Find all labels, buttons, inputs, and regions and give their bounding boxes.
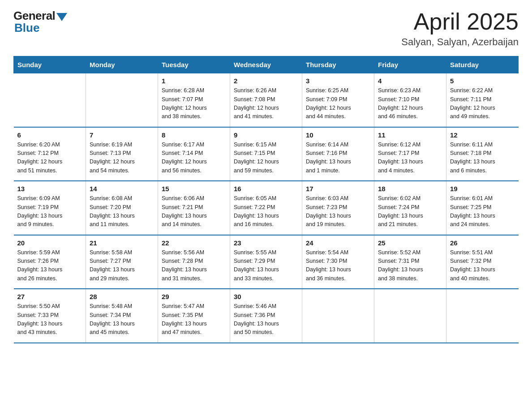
title-area: April 2025 Salyan, Salyan, Azerbaijan — [401, 9, 519, 48]
calendar-cell: 8Sunrise: 6:17 AMSunset: 7:14 PMDaylight… — [158, 127, 230, 181]
day-info: Sunrise: 6:02 AMSunset: 7:24 PMDaylight:… — [378, 194, 442, 229]
calendar-cell: 2Sunrise: 6:26 AMSunset: 7:08 PMDaylight… — [230, 73, 302, 127]
logo-arrow-icon — [56, 13, 67, 21]
calendar-week-row: 20Sunrise: 5:59 AMSunset: 7:26 PMDayligh… — [14, 235, 519, 289]
calendar-cell: 9Sunrise: 6:15 AMSunset: 7:15 PMDaylight… — [230, 127, 302, 181]
month-year-title: April 2025 — [401, 9, 519, 34]
day-info: Sunrise: 6:22 AMSunset: 7:11 PMDaylight:… — [450, 86, 515, 121]
day-info: Sunrise: 6:03 AMSunset: 7:23 PMDaylight:… — [306, 194, 370, 229]
day-number: 29 — [162, 293, 226, 300]
calendar-cell: 24Sunrise: 5:54 AMSunset: 7:30 PMDayligh… — [302, 235, 374, 289]
day-info: Sunrise: 6:11 AMSunset: 7:18 PMDaylight:… — [450, 141, 515, 176]
calendar-cell — [86, 73, 158, 127]
day-number: 4 — [378, 77, 442, 85]
day-info: Sunrise: 6:15 AMSunset: 7:15 PMDaylight:… — [234, 141, 298, 176]
weekday-header-wednesday: Wednesday — [230, 56, 302, 73]
day-number: 3 — [306, 77, 370, 85]
day-info: Sunrise: 5:46 AMSunset: 7:36 PMDaylight:… — [234, 302, 298, 337]
logo: General Blue — [13, 9, 67, 35]
day-number: 16 — [234, 185, 298, 193]
day-info: Sunrise: 6:06 AMSunset: 7:21 PMDaylight:… — [162, 194, 226, 229]
weekday-header-thursday: Thursday — [302, 56, 374, 73]
calendar-week-row: 13Sunrise: 6:09 AMSunset: 7:19 PMDayligh… — [14, 181, 519, 235]
weekday-header-friday: Friday — [374, 56, 446, 73]
calendar-cell: 14Sunrise: 6:08 AMSunset: 7:20 PMDayligh… — [86, 181, 158, 235]
calendar-header: SundayMondayTuesdayWednesdayThursdayFrid… — [14, 56, 519, 73]
day-number: 2 — [234, 77, 298, 85]
day-info: Sunrise: 6:12 AMSunset: 7:17 PMDaylight:… — [378, 141, 442, 176]
day-info: Sunrise: 6:01 AMSunset: 7:25 PMDaylight:… — [450, 194, 515, 229]
calendar-cell: 6Sunrise: 6:20 AMSunset: 7:12 PMDaylight… — [14, 127, 86, 181]
calendar-cell: 5Sunrise: 6:22 AMSunset: 7:11 PMDaylight… — [446, 73, 519, 127]
day-number: 15 — [162, 185, 226, 193]
calendar-cell: 30Sunrise: 5:46 AMSunset: 7:36 PMDayligh… — [230, 289, 302, 343]
day-number: 13 — [17, 185, 82, 193]
day-number: 28 — [90, 293, 154, 300]
calendar-cell: 15Sunrise: 6:06 AMSunset: 7:21 PMDayligh… — [158, 181, 230, 235]
day-info: Sunrise: 5:54 AMSunset: 7:30 PMDaylight:… — [306, 248, 370, 283]
calendar-cell: 11Sunrise: 6:12 AMSunset: 7:17 PMDayligh… — [374, 127, 446, 181]
day-number: 14 — [90, 185, 154, 193]
day-info: Sunrise: 6:19 AMSunset: 7:13 PMDaylight:… — [90, 141, 154, 176]
day-info: Sunrise: 6:05 AMSunset: 7:22 PMDaylight:… — [234, 194, 298, 229]
day-number: 21 — [90, 239, 154, 247]
calendar-cell: 3Sunrise: 6:25 AMSunset: 7:09 PMDaylight… — [302, 73, 374, 127]
calendar-week-row: 27Sunrise: 5:50 AMSunset: 7:33 PMDayligh… — [14, 289, 519, 343]
day-info: Sunrise: 5:52 AMSunset: 7:31 PMDaylight:… — [378, 248, 442, 283]
day-number: 20 — [17, 239, 82, 247]
header: General Blue April 2025 Salyan, Salyan, … — [13, 9, 519, 48]
calendar-cell — [302, 289, 374, 343]
day-number: 25 — [378, 239, 442, 247]
calendar-cell: 12Sunrise: 6:11 AMSunset: 7:18 PMDayligh… — [446, 127, 519, 181]
day-number: 1 — [162, 77, 226, 85]
day-number: 19 — [450, 185, 515, 193]
calendar-cell: 4Sunrise: 6:23 AMSunset: 7:10 PMDaylight… — [374, 73, 446, 127]
calendar-cell — [14, 73, 86, 127]
calendar-cell: 13Sunrise: 6:09 AMSunset: 7:19 PMDayligh… — [14, 181, 86, 235]
day-info: Sunrise: 6:17 AMSunset: 7:14 PMDaylight:… — [162, 141, 226, 176]
day-number: 5 — [450, 77, 515, 85]
day-number: 27 — [17, 293, 82, 300]
day-info: Sunrise: 5:51 AMSunset: 7:32 PMDaylight:… — [450, 248, 515, 283]
location-subtitle: Salyan, Salyan, Azerbaijan — [401, 36, 519, 48]
day-info: Sunrise: 5:55 AMSunset: 7:29 PMDaylight:… — [234, 248, 298, 283]
day-number: 24 — [306, 239, 370, 247]
calendar-cell: 25Sunrise: 5:52 AMSunset: 7:31 PMDayligh… — [374, 235, 446, 289]
weekday-header-saturday: Saturday — [446, 56, 519, 73]
day-number: 22 — [162, 239, 226, 247]
weekday-header-sunday: Sunday — [14, 56, 86, 73]
calendar-cell: 28Sunrise: 5:48 AMSunset: 7:34 PMDayligh… — [86, 289, 158, 343]
calendar-table: SundayMondayTuesdayWednesdayThursdayFrid… — [13, 56, 519, 343]
calendar-week-row: 6Sunrise: 6:20 AMSunset: 7:12 PMDaylight… — [14, 127, 519, 181]
calendar-cell: 22Sunrise: 5:56 AMSunset: 7:28 PMDayligh… — [158, 235, 230, 289]
calendar-cell: 7Sunrise: 6:19 AMSunset: 7:13 PMDaylight… — [86, 127, 158, 181]
calendar-cell: 21Sunrise: 5:58 AMSunset: 7:27 PMDayligh… — [86, 235, 158, 289]
day-number: 17 — [306, 185, 370, 193]
day-info: Sunrise: 5:50 AMSunset: 7:33 PMDaylight:… — [17, 302, 82, 337]
calendar-cell: 19Sunrise: 6:01 AMSunset: 7:25 PMDayligh… — [446, 181, 519, 235]
calendar-cell: 23Sunrise: 5:55 AMSunset: 7:29 PMDayligh… — [230, 235, 302, 289]
day-info: Sunrise: 5:58 AMSunset: 7:27 PMDaylight:… — [90, 248, 154, 283]
calendar-cell: 18Sunrise: 6:02 AMSunset: 7:24 PMDayligh… — [374, 181, 446, 235]
calendar-cell: 1Sunrise: 6:28 AMSunset: 7:07 PMDaylight… — [158, 73, 230, 127]
calendar-cell: 16Sunrise: 6:05 AMSunset: 7:22 PMDayligh… — [230, 181, 302, 235]
day-info: Sunrise: 6:26 AMSunset: 7:08 PMDaylight:… — [234, 86, 298, 121]
day-number: 7 — [90, 131, 154, 139]
day-number: 18 — [378, 185, 442, 193]
day-number: 23 — [234, 239, 298, 247]
day-info: Sunrise: 6:14 AMSunset: 7:16 PMDaylight:… — [306, 141, 370, 176]
day-number: 6 — [17, 131, 82, 139]
day-number: 26 — [450, 239, 515, 247]
day-info: Sunrise: 6:25 AMSunset: 7:09 PMDaylight:… — [306, 86, 370, 121]
day-info: Sunrise: 6:23 AMSunset: 7:10 PMDaylight:… — [378, 86, 442, 121]
weekday-header-tuesday: Tuesday — [158, 56, 230, 73]
day-info: Sunrise: 6:09 AMSunset: 7:19 PMDaylight:… — [17, 194, 82, 229]
calendar-week-row: 1Sunrise: 6:28 AMSunset: 7:07 PMDaylight… — [14, 73, 519, 127]
calendar-cell: 10Sunrise: 6:14 AMSunset: 7:16 PMDayligh… — [302, 127, 374, 181]
day-info: Sunrise: 6:28 AMSunset: 7:07 PMDaylight:… — [162, 86, 226, 121]
calendar-cell: 26Sunrise: 5:51 AMSunset: 7:32 PMDayligh… — [446, 235, 519, 289]
day-number: 30 — [234, 293, 298, 300]
day-number: 12 — [450, 131, 515, 139]
calendar-cell: 17Sunrise: 6:03 AMSunset: 7:23 PMDayligh… — [302, 181, 374, 235]
calendar-cell: 27Sunrise: 5:50 AMSunset: 7:33 PMDayligh… — [14, 289, 86, 343]
